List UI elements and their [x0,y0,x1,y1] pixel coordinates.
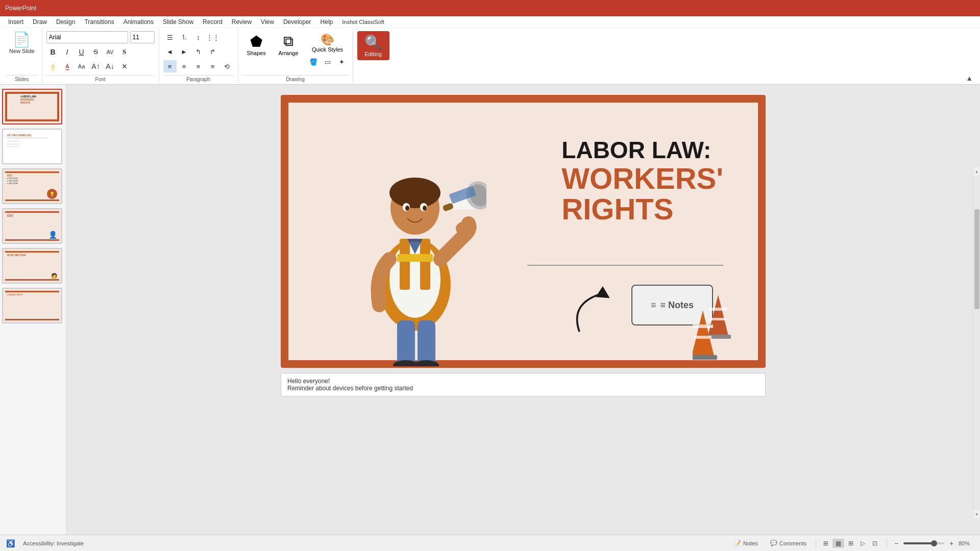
align-center[interactable]: ≡ [178,60,191,72]
underline-button[interactable]: U [75,46,88,58]
effects-button[interactable]: ✦ [335,56,349,68]
slide-sorter-button[interactable]: ⊞ [845,539,856,548]
align-justify[interactable]: ≡ [206,60,219,72]
ltr-button[interactable]: ↱ [206,46,219,58]
font-shrink[interactable]: A↓ [104,60,117,72]
indent-increase[interactable]: ► [178,46,191,58]
font-group: B I U S AV 𝐒 A̲ A̲ Aa A↑ A↓ ✕ Font [42,29,159,83]
tab-insert[interactable]: Insert [4,17,28,27]
shadow-button[interactable]: 𝐒 [118,46,131,58]
editing-button[interactable]: 🔍 Editing [357,31,389,60]
char-spacing-button[interactable]: AV [104,46,117,58]
text-direction[interactable]: ⟲ [220,60,234,72]
title-bar: PowerPoint [0,0,980,16]
tab-inshot[interactable]: Inshot ClassiSoft [338,18,388,26]
bold-button[interactable]: B [46,46,60,58]
font-color-button[interactable]: A̲ [61,60,74,72]
slide-thumb-2-content: OF THIS TEMPLATE — — — — — — — — — — — —… [3,130,61,163]
slide-thumb-3[interactable]: NTS ▸ SECTION ▸ SECTION ▸ SECTION 👷 [2,168,62,204]
scroll-down-button[interactable]: ▼ [973,510,981,518]
zoom-level-label: 80% [959,540,974,546]
tab-draw[interactable]: Draw [29,17,51,27]
worker-illustration [344,121,486,366]
arrange-icon: ⧉ [283,33,293,50]
outline-button[interactable]: ▭ [321,56,334,68]
slide-canvas[interactable]: LABOR LAW: WORKERS' RIGHTS [281,95,766,368]
slides-section-label: Slides [6,75,38,82]
italic-button[interactable]: I [61,46,74,58]
font-color-highlight[interactable]: A̲ [46,60,60,72]
tab-slideshow[interactable]: Slide Show [159,17,198,27]
slide-thumb-6[interactable]: LONGER TEXT? [2,288,62,323]
new-slide-button[interactable]: 📄 New Slide [6,29,38,56]
slide-left-border [282,96,288,366]
strikethrough-button[interactable]: S [89,46,103,58]
slide-thumb-4[interactable]: DA! 👤 [2,208,62,244]
tab-transitions[interactable]: Transitions [80,17,118,27]
slide-thumb-4-content: DA! 👤 [3,209,61,243]
right-scrollbar: ▲ ▼ [973,167,980,518]
bullets-button[interactable]: ☰ [163,31,177,43]
columns-button[interactable]: ⋮⋮ [206,31,219,43]
shapes-button[interactable]: ⬟ Shapes [242,31,271,58]
scroll-track[interactable] [973,176,981,510]
notes-status-button[interactable]: 📝 Notes [731,539,761,547]
tab-help[interactable]: Help [316,17,337,27]
tab-animations[interactable]: Animations [119,17,158,27]
scroll-up-button[interactable]: ▲ [973,167,981,176]
accessibility-label: Accessibility: Investigate [23,540,84,546]
editing-group: 🔍 Editing [353,29,394,83]
font-section-label: Font [46,75,155,82]
fill-button[interactable]: 🪣 [307,56,320,68]
reading-view-button[interactable]: ▷ [857,539,868,548]
slides-group: 📄 New Slide Slides [2,29,42,83]
quick-styles-button[interactable]: 🎨 Quick Styles [310,31,345,55]
tab-developer[interactable]: Developer [279,17,315,27]
slide-thumb-3-content: NTS ▸ SECTION ▸ SECTION ▸ SECTION 👷 [3,169,61,203]
ribbon-tabs: Insert Draw Design Transitions Animation… [0,16,980,28]
slide-thumb-2[interactable]: OF THIS TEMPLATE — — — — — — — — — — — —… [2,129,62,164]
align-left[interactable]: ≡ [163,60,177,72]
quick-styles-icon: 🎨 [321,33,334,46]
svg-marker-21 [596,286,610,298]
zoom-slider[interactable] [903,542,944,544]
slide-thumb-5[interactable]: IE OF SECTION 🧑 [2,248,62,284]
quick-styles-group: 🎨 Quick Styles 🪣 ▭ ✦ [307,31,349,68]
align-right[interactable]: ≡ [192,60,205,72]
comments-label: Comments [779,540,806,546]
arrange-button[interactable]: ⧉ Arrange [275,31,303,58]
tab-design[interactable]: Design [52,17,79,27]
svg-point-7 [389,178,440,208]
normal-view-button[interactable]: ▦ [832,539,844,548]
rtl-button[interactable]: ↰ [192,46,205,58]
zoom-in-button[interactable]: + [946,538,957,548]
slideshow-view-button[interactable]: ⊡ [869,539,880,548]
tab-view[interactable]: View [257,17,278,27]
accessibility-view-button[interactable]: ⊞ [820,539,831,548]
font-size-input[interactable] [130,31,155,43]
svg-rect-4 [397,254,433,262]
font-grow[interactable]: A↑ [89,60,103,72]
accessibility-icon[interactable]: ♿ [6,539,15,547]
para-row2: ◄ ► ↰ ↱ [163,46,234,58]
svg-rect-29 [693,355,717,360]
svg-rect-13 [418,320,435,366]
tab-review[interactable]: Review [228,17,256,27]
numbering-button[interactable]: ⒈ [178,31,191,43]
ribbon-collapse-button[interactable]: ▲ [966,74,973,82]
svg-point-11 [423,206,427,211]
clear-format[interactable]: ✕ [118,60,131,72]
font-name-input[interactable] [46,31,128,43]
slide-thumb-1[interactable]: LABOR LAW: WORKERS' RIGHTS [2,89,62,124]
indent-decrease[interactable]: ◄ [163,46,177,58]
paragraph-group: ☰ ⒈ ↕ ⋮⋮ ◄ ► ↰ ↱ ≡ ≡ ≡ ≡ ⟲ Paragraph [159,29,238,83]
tab-record[interactable]: Record [199,17,227,27]
zoom-out-button[interactable]: − [891,538,901,548]
linespacing-button[interactable]: ↕ [192,31,205,43]
arrange-label: Arrange [278,50,298,56]
svg-rect-23 [709,308,727,311]
slide-title-block: LABOR LAW: WORKERS' RIGHTS [561,137,723,225]
comments-status-button[interactable]: 💬 Comments [767,539,810,547]
notes-area: Hello everyone! Reminder about devices b… [281,373,766,396]
font-size-large[interactable]: Aa [75,60,88,72]
